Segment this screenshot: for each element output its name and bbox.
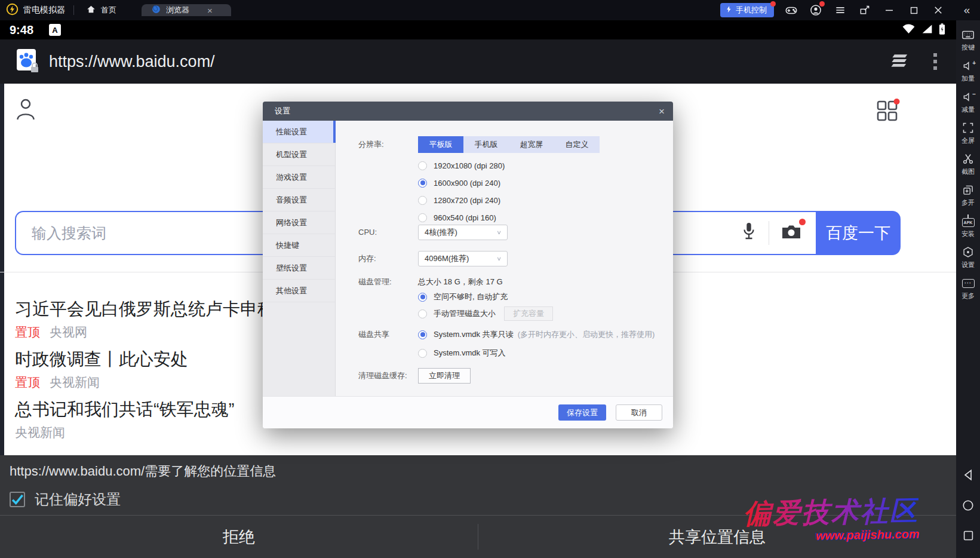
toolbar-item-fullscreen[interactable]: 全屏 [961, 121, 975, 145]
browser-menu-icon[interactable] [932, 52, 938, 71]
sidebar-item-wallpaper[interactable]: 壁纸设置 [263, 257, 335, 280]
android-nav-buttons [962, 469, 974, 548]
dialog-titlebar[interactable]: 设置 × [263, 102, 673, 121]
browser-toolbar: https://www.baidu.com/ [0, 39, 956, 84]
sidebar-item-network[interactable]: 网络设置 [263, 211, 335, 234]
sidebar-item-game[interactable]: 游戏设置 [263, 166, 335, 189]
tab-browser-label: 浏览器 [166, 5, 189, 16]
nav-recents-icon[interactable] [963, 530, 974, 544]
statusbar-icons [902, 23, 945, 37]
sidebar-item-other[interactable]: 其他设置 [263, 280, 335, 302]
android-statusbar: 9:48 A [0, 20, 956, 39]
resolution-option-1280[interactable]: 1280x720 (dpi 240) [418, 195, 600, 205]
android-screen: 9:48 A [0, 20, 956, 558]
cancel-button[interactable]: 取消 [616, 404, 662, 421]
clean-now-button[interactable]: 立即清理 [418, 368, 471, 384]
page-left-edge [0, 84, 4, 455]
toolbar-item-settings[interactable]: 设置 [961, 246, 975, 269]
cache-row: 清理磁盘缓存: 立即清理 [358, 368, 673, 384]
collapse-sidebar-icon[interactable]: « [954, 0, 980, 20]
radio-icon[interactable] [418, 309, 427, 318]
allow-button[interactable]: 共享位置信息 [478, 516, 956, 558]
memory-select[interactable]: 4096M(推荐) ∨ [418, 251, 508, 266]
radio-selected-icon[interactable] [418, 179, 427, 188]
toolbar-item-multi-instance[interactable]: 多开 [961, 183, 975, 207]
toolbar-item-keymap[interactable]: 按键 [961, 28, 975, 52]
titlebar-controls: 手机控制 [720, 0, 954, 20]
camera-badge [799, 219, 806, 225]
profile-icon[interactable] [16, 97, 36, 123]
tab-close-icon[interactable]: × [207, 5, 213, 16]
minimize-icon[interactable] [882, 3, 896, 17]
microphone-icon[interactable] [741, 222, 757, 244]
tab-tablet[interactable]: 平板版 [418, 136, 463, 153]
wifi-icon [902, 24, 916, 36]
disk-controls: 总大小 18 G，剩余 17 G 空间不够时, 自动扩充 手动管理磁盘大小 扩充… [418, 277, 553, 321]
sidebar-item-audio[interactable]: 音频设置 [263, 189, 335, 211]
readonly-note: (多开时内存更小、启动更快，推荐使用) [518, 329, 655, 340]
multi-window-icon [961, 183, 975, 197]
tab-ultrawide[interactable]: 超宽屏 [509, 136, 554, 153]
tabs-stack-icon[interactable] [890, 53, 910, 70]
tab-custom[interactable]: 自定义 [554, 136, 600, 153]
disk-manual-option[interactable]: 手动管理磁盘大小 扩充容量 [418, 306, 553, 321]
toolbar-item-volume-down[interactable]: − 减量 [961, 90, 975, 114]
apps-grid-icon[interactable] [876, 99, 900, 124]
sidebar-item-device-model[interactable]: 机型设置 [263, 143, 335, 166]
nav-back-icon[interactable] [963, 469, 974, 483]
permission-message: https://www.baidu.com/需要了解您的位置信息 [0, 455, 956, 480]
keyboard-icon [961, 28, 975, 41]
volume-down-icon: − [961, 90, 975, 103]
dialog-footer: 保存设置 取消 [263, 396, 673, 428]
notification-badge [770, 1, 776, 7]
disk-summary: 总大小 18 G，剩余 17 G [418, 277, 553, 287]
resolution-option-1920[interactable]: 1920x1080 (dpi 280) [418, 161, 600, 170]
user-account-icon[interactable] [809, 3, 823, 17]
radio-selected-icon[interactable] [418, 293, 427, 302]
resolution-option-1600[interactable]: 1600x900 (dpi 240) [418, 178, 600, 188]
tab-phone[interactable]: 手机版 [463, 136, 509, 153]
toolbar-item-volume-up[interactable]: + 加量 [961, 59, 975, 83]
phone-control-button[interactable]: 手机控制 [720, 3, 774, 17]
nav-home-icon[interactable] [962, 499, 974, 514]
settings-dialog: 设置 × 性能设置 机型设置 游戏设置 音频设置 网络设置 快捷键 壁纸设置 其… [263, 102, 673, 428]
tab-browser[interactable]: 浏览器 × [142, 4, 231, 16]
signal-icon [921, 24, 933, 36]
radio-icon[interactable] [418, 349, 427, 358]
toolbar-item-screenshot[interactable]: 截图 [961, 152, 975, 176]
resize-window-icon[interactable] [858, 3, 872, 17]
dialog-close-icon[interactable]: × [659, 106, 665, 116]
share-readonly-option[interactable]: System.vmdk 共享只读 (多开时内存更小、启动更快，推荐使用) [418, 330, 655, 339]
radio-icon[interactable] [418, 213, 427, 222]
titlebar-spacer [231, 0, 720, 20]
menu-icon[interactable] [833, 3, 847, 17]
cpu-row: CPU: 4核(推荐) ∨ [358, 225, 673, 240]
close-window-icon[interactable] [931, 3, 945, 17]
tab-home[interactable]: 首页 [76, 4, 126, 16]
gamepad-icon[interactable] [784, 3, 798, 17]
radio-icon[interactable] [418, 196, 427, 205]
url-bar[interactable]: https://www.baidu.com/ [49, 53, 215, 71]
search-icons-divider [769, 221, 769, 245]
expand-capacity-button[interactable]: 扩充容量 [504, 306, 553, 321]
toolbar-item-install-apk[interactable]: APK 安装 [961, 214, 975, 238]
save-settings-button[interactable]: 保存设置 [558, 404, 606, 421]
baidu-search-button[interactable]: 百度一下 [816, 211, 901, 255]
cpu-select[interactable]: 4核(推荐) ∨ [418, 225, 508, 240]
sidebar-item-shortcuts[interactable]: 快捷键 [263, 234, 335, 257]
disk-auto-option[interactable]: 空间不够时, 自动扩充 [418, 292, 553, 302]
sidebar-item-performance[interactable]: 性能设置 [263, 121, 335, 143]
deny-button[interactable]: 拒绝 [0, 516, 478, 558]
cache-label: 清理磁盘缓存: [358, 371, 418, 381]
camera-icon[interactable] [781, 223, 801, 243]
share-writable-option[interactable]: System.vmdk 可写入 [418, 348, 655, 358]
maximize-icon[interactable] [907, 3, 921, 17]
remember-checkbox[interactable] [10, 492, 25, 507]
radio-selected-icon[interactable] [418, 330, 427, 339]
titlebar-divider [73, 5, 74, 15]
toolbar-item-more[interactable]: ··· 更多 [961, 277, 975, 301]
ldplayer-logo-icon [6, 3, 19, 18]
radio-icon[interactable] [418, 161, 427, 170]
resolution-option-960[interactable]: 960x540 (dpi 160) [418, 213, 600, 222]
resolution-row: 分辨率: 平板版 手机版 超宽屏 自定义 1920 [358, 136, 673, 222]
